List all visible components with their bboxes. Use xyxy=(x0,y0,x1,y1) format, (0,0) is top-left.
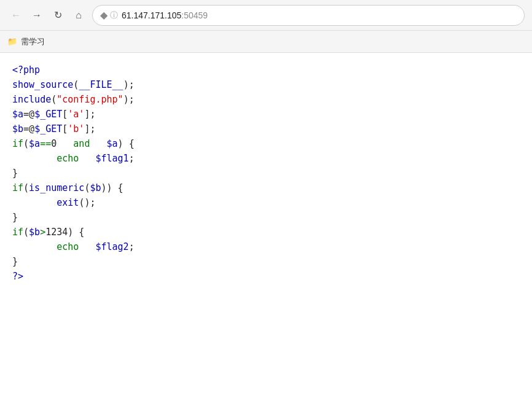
php-close-tag: ?> xyxy=(12,271,23,282)
address-icons: ◆ ⓘ xyxy=(100,9,118,21)
code-include-fn: include xyxy=(12,94,51,105)
home-button[interactable]: ⌂ xyxy=(70,7,87,24)
php-open-tag: <?php xyxy=(12,64,40,76)
code-show-source-fn: show_source xyxy=(12,79,73,90)
address-bar[interactable]: ◆ ⓘ 61.147.171.105:50459 xyxy=(92,5,525,26)
code-block: <?php show_source(__FILE__); include("co… xyxy=(12,63,520,284)
code-if-2: if xyxy=(12,182,23,193)
info-icon: ⓘ xyxy=(110,10,118,21)
code-if-1: if xyxy=(12,138,23,149)
browser-toolbar: ← → ↻ ⌂ ◆ ⓘ 61.147.171.105:50459 xyxy=(0,0,532,31)
shield-icon: ◆ xyxy=(100,9,108,21)
folder-icon: 📁 xyxy=(7,37,17,46)
back-button[interactable]: ← xyxy=(7,7,25,24)
code-if-3: if xyxy=(12,227,23,238)
code-content: <?php show_source(__FILE__); include("co… xyxy=(0,53,532,294)
address-port: :50459 xyxy=(181,10,208,20)
tab-label: 需学习 xyxy=(21,36,45,47)
address-text: 61.147.171.105:50459 xyxy=(122,10,208,20)
code-var-b: $b xyxy=(12,123,23,134)
refresh-button[interactable]: ↻ xyxy=(49,7,66,24)
forward-button[interactable]: → xyxy=(28,7,45,24)
tab-bar: 📁 需学习 xyxy=(0,31,532,53)
address-host: 61.147.171.105 xyxy=(122,10,181,20)
code-var-a: $a xyxy=(12,109,23,120)
nav-buttons: ← → ↻ ⌂ xyxy=(7,7,87,24)
